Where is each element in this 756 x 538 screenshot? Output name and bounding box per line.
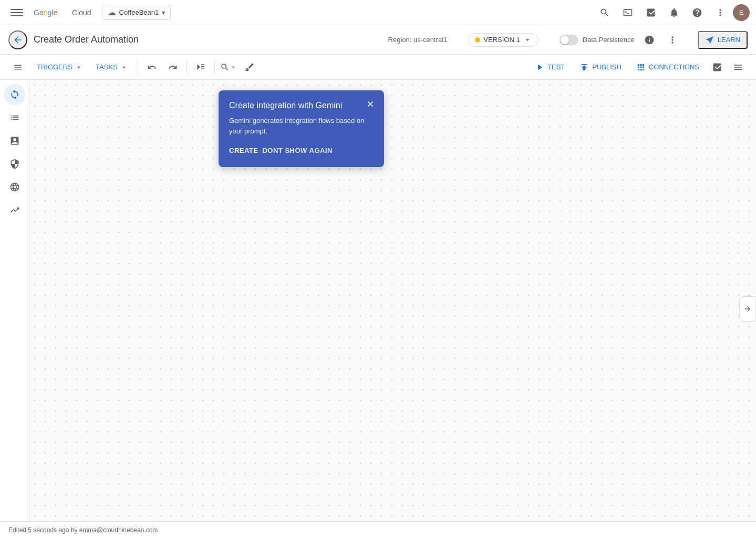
connections-label: CONNECTIONS xyxy=(649,63,699,71)
tasks-label: TASKS xyxy=(96,63,118,71)
main-layout: Create integration with Gemini Gemini ge… xyxy=(0,80,756,538)
sidebar-item-security[interactable] xyxy=(4,153,25,174)
sidebar-item-integration[interactable] xyxy=(4,84,25,105)
more-options-button[interactable] xyxy=(710,2,731,23)
undo-button[interactable] xyxy=(142,58,161,77)
triggers-button[interactable]: TRIGGERS xyxy=(32,60,88,75)
nav-icons-group: E xyxy=(594,2,750,23)
left-sidebar xyxy=(0,80,29,538)
toolbar-divider-1 xyxy=(138,61,138,74)
view-options-button[interactable] xyxy=(729,58,748,77)
zoom-button[interactable] xyxy=(219,58,238,77)
gemini-popup-actions: CREATE DONT SHOW AGAIN xyxy=(229,144,374,157)
top-navigation: Google Cloud ☁ CoffeeBean1 ▾ E xyxy=(0,0,756,25)
data-persistence-label: Data Persistence xyxy=(583,36,635,44)
project-name: CoffeeBean1 xyxy=(119,8,159,16)
gemini-close-button[interactable] xyxy=(363,97,378,111)
toggle-knob xyxy=(561,36,569,44)
gemini-dont-show-button[interactable]: DONT SHOW AGAIN xyxy=(262,144,332,157)
sidebar-item-analytics[interactable] xyxy=(4,130,25,151)
cloud-text: Cloud xyxy=(72,8,91,17)
hamburger-menu-button[interactable] xyxy=(6,2,27,23)
integration-canvas[interactable]: Create integration with Gemini Gemini ge… xyxy=(29,80,756,538)
canvas-background xyxy=(29,80,756,538)
tasks-button[interactable]: TASKS xyxy=(90,60,133,75)
region-label: Region: us-central1 xyxy=(388,36,448,44)
data-persistence-toggle-area: Data Persistence xyxy=(560,35,635,45)
terminal-button[interactable] xyxy=(617,2,638,23)
data-persistence-toggle[interactable] xyxy=(560,35,578,45)
style-editor-button[interactable] xyxy=(240,58,259,77)
project-selector[interactable]: ☁ CoffeeBean1 ▾ xyxy=(102,5,171,20)
info-button[interactable] xyxy=(641,32,658,48)
sidebar-item-list[interactable] xyxy=(4,107,25,128)
status-bar: Edited 5 seconds ago by emma@cloudninebe… xyxy=(0,521,756,538)
search-button[interactable] xyxy=(594,2,615,23)
publish-label: PUBLISH xyxy=(592,63,622,71)
test-button[interactable]: TEST xyxy=(529,59,571,75)
help-button[interactable] xyxy=(687,2,708,23)
test-label: TEST xyxy=(547,63,565,71)
learn-button[interactable]: LEARN xyxy=(698,31,748,49)
sidebar-item-globe[interactable] xyxy=(4,177,25,198)
right-panel-toggle[interactable] xyxy=(739,296,756,322)
back-button[interactable] xyxy=(8,30,27,49)
cloud-shell-button[interactable] xyxy=(640,2,661,23)
triggers-label: TRIGGERS xyxy=(37,63,73,71)
google-cloud-logo: Google Cloud xyxy=(34,7,91,18)
connections-button[interactable]: CONNECTIONS xyxy=(630,59,706,75)
version-label: VERSION 1 xyxy=(483,36,520,44)
gemini-popup: Create integration with Gemini Gemini ge… xyxy=(219,90,384,167)
publish-button[interactable]: PUBLISH xyxy=(573,59,628,75)
toolbar-divider-2 xyxy=(187,61,187,74)
sidebar-item-data[interactable] xyxy=(4,200,25,221)
google-logo-svg: Google xyxy=(34,7,69,18)
left-panel-toggle[interactable] xyxy=(8,58,27,77)
svg-text:Google: Google xyxy=(34,8,57,17)
status-text: Edited 5 seconds ago by emma@cloudninebe… xyxy=(8,526,158,534)
version-dot xyxy=(475,37,480,43)
gemini-popup-body: Gemini generates integration flows based… xyxy=(229,116,374,136)
toolbar-divider-3 xyxy=(214,61,215,74)
editor-toolbar: TRIGGERS TASKS TEST PUBLISH CONNECTIONS xyxy=(0,55,756,80)
sub-header-more-button[interactable] xyxy=(664,32,681,48)
learn-label: LEARN xyxy=(718,36,740,44)
analytics-button[interactable] xyxy=(708,58,727,77)
redo-button[interactable] xyxy=(163,58,182,77)
project-org-icon: ☁ xyxy=(108,7,116,17)
auto-layout-button[interactable] xyxy=(191,58,210,77)
user-avatar[interactable]: E xyxy=(733,4,750,21)
version-selector[interactable]: VERSION 1 xyxy=(468,33,538,47)
project-chevron-icon: ▾ xyxy=(162,9,165,16)
page-title: Create Order Automation xyxy=(34,34,382,45)
sub-header: Create Order Automation Region: us-centr… xyxy=(0,25,756,55)
gemini-popup-title: Create integration with Gemini xyxy=(229,101,374,110)
notifications-button[interactable] xyxy=(664,2,685,23)
gemini-create-button[interactable]: CREATE xyxy=(229,144,258,157)
